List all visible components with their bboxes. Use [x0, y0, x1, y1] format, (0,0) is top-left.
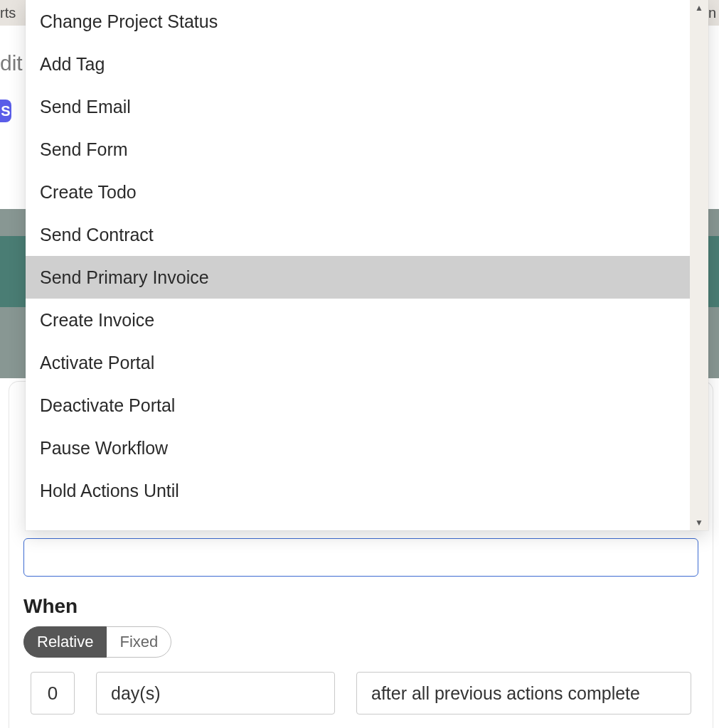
- action-type-dropdown: Change Project StatusAdd TagSend EmailSe…: [26, 0, 708, 530]
- dropdown-item[interactable]: Pause Workflow: [26, 427, 690, 469]
- dropdown-item-label: Send Primary Invoice: [40, 267, 209, 288]
- dropdown-item-label: Add Tag: [40, 54, 105, 75]
- sidebar-badge: S: [0, 100, 11, 122]
- dropdown-item[interactable]: Send Email: [26, 85, 690, 128]
- dropdown-item-label: Change Project Status: [40, 11, 218, 32]
- toggle-fixed[interactable]: Fixed: [106, 626, 171, 658]
- dropdown-item-label: Create Todo: [40, 182, 137, 203]
- dropdown-item-label: Activate Portal: [40, 353, 154, 373]
- dropdown-item[interactable]: Change Project Status: [26, 0, 690, 43]
- toggle-fixed-label: Fixed: [119, 633, 158, 651]
- dropdown-item[interactable]: Deactivate Portal: [26, 384, 690, 427]
- dropdown-item[interactable]: Create Todo: [26, 171, 690, 213]
- scroll-up-icon[interactable]: ▲: [695, 3, 703, 13]
- when-label: When: [23, 595, 78, 618]
- when-inputs-row: day(s) after all previous actions comple…: [31, 672, 691, 714]
- dropdown-item[interactable]: Send Primary Invoice: [26, 256, 690, 299]
- scroll-down-icon[interactable]: ▼: [695, 518, 703, 528]
- dropdown-item[interactable]: Activate Portal: [26, 341, 690, 384]
- dropdown-item[interactable]: Create Invoice: [26, 299, 690, 341]
- dropdown-item-label: Send Form: [40, 139, 128, 160]
- offset-number-input[interactable]: [31, 672, 75, 714]
- dropdown-item[interactable]: Hold Actions Until: [26, 469, 690, 512]
- when-toggle-group: Relative Fixed: [23, 626, 171, 658]
- dropdown-item-label: Pause Workflow: [40, 438, 168, 459]
- offset-trigger-label: after all previous actions complete: [371, 683, 640, 704]
- offset-trigger-select[interactable]: after all previous actions complete: [356, 672, 691, 714]
- dropdown-item[interactable]: Send Form: [26, 128, 690, 171]
- dropdown-item-label: Hold Actions Until: [40, 481, 179, 501]
- dropdown-item[interactable]: Add Tag: [26, 43, 690, 85]
- offset-unit-label: day(s): [111, 683, 160, 704]
- dropdown-scrollbar[interactable]: ▲ ▼: [690, 0, 708, 530]
- top-bar-right-fragment: n: [708, 5, 716, 21]
- toggle-relative-label: Relative: [37, 633, 93, 651]
- top-bar-left-fragment: rts: [0, 5, 16, 21]
- offset-unit-select[interactable]: day(s): [96, 672, 335, 714]
- dropdown-item-label: Create Invoice: [40, 310, 154, 331]
- dropdown-item-label: Send Email: [40, 97, 131, 117]
- dropdown-item-label: Send Contract: [40, 225, 154, 245]
- toggle-relative[interactable]: Relative: [23, 626, 107, 658]
- edit-label-fragment: dit: [0, 51, 23, 75]
- action-type-dropdown-list: Change Project StatusAdd TagSend EmailSe…: [26, 0, 690, 530]
- dropdown-item[interactable]: Send Contract: [26, 213, 690, 256]
- dropdown-item-label: Deactivate Portal: [40, 395, 175, 416]
- action-type-select[interactable]: [23, 538, 698, 577]
